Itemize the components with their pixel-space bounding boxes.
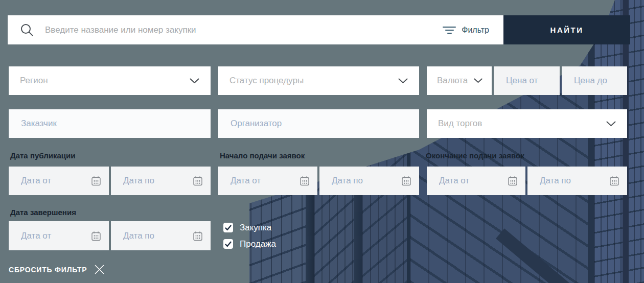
currency-select-value: Валюта: [437, 76, 468, 86]
submission-start-from-input[interactable]: [229, 175, 288, 186]
search-submit-button[interactable]: НАЙТИ: [503, 15, 630, 44]
price-to-wrap: [562, 66, 627, 95]
calendar-icon[interactable]: [300, 176, 310, 186]
completion-date-from-input[interactable]: [20, 230, 79, 242]
calendar-icon[interactable]: [508, 176, 518, 186]
submission-start-label: Начало подачи заявок: [220, 151, 305, 160]
sale-checkbox[interactable]: [223, 239, 233, 249]
publication-date-from: [9, 167, 109, 195]
submission-end-to: [527, 167, 627, 195]
submission-end-label: Окончание подачи заявок: [426, 151, 524, 160]
chevron-down-icon: [474, 78, 482, 83]
sale-checkbox-row[interactable]: Продажа: [223, 239, 276, 249]
publication-date-from-input[interactable]: [20, 175, 79, 186]
purchase-checkbox[interactable]: [223, 223, 233, 232]
trade-type-select[interactable]: Вид торгов: [427, 109, 627, 138]
submission-start-to: [319, 167, 419, 195]
sale-checkbox-label: Продажа: [240, 239, 276, 249]
status-select-value: Статус процедуры: [229, 76, 304, 86]
calendar-icon[interactable]: [91, 176, 101, 186]
search-icon: [20, 23, 34, 37]
purchase-checkbox-row[interactable]: Закупка: [223, 223, 271, 232]
customer-input[interactable]: [20, 118, 199, 129]
chevron-down-icon: [606, 121, 616, 127]
submission-end-from-input[interactable]: [438, 175, 496, 186]
calendar-icon[interactable]: [193, 176, 203, 186]
calendar-icon[interactable]: [609, 176, 619, 186]
organizer-input[interactable]: [229, 118, 408, 129]
purchase-checkbox-label: Закупка: [240, 223, 271, 233]
filter-toggle-button[interactable]: Фильтр: [443, 26, 489, 35]
completion-date-from: [9, 221, 109, 250]
close-icon: [94, 264, 105, 275]
organizer-wrap: [218, 109, 419, 138]
chevron-down-icon: [398, 78, 408, 84]
region-select-value: Регион: [20, 76, 48, 86]
price-from-input[interactable]: [505, 75, 548, 86]
completion-date-to-input[interactable]: [122, 230, 181, 242]
reset-filter-label: СБРОСИТЬ ФИЛЬТР: [9, 266, 87, 274]
completion-date-label: Дата завершения: [10, 208, 76, 217]
calendar-icon[interactable]: [91, 231, 101, 241]
publication-date-to-input[interactable]: [122, 175, 181, 186]
submission-start-to-input[interactable]: [331, 175, 389, 186]
search-input[interactable]: [44, 25, 443, 36]
publication-date-label: Дата публикации: [10, 151, 75, 160]
calendar-icon[interactable]: [193, 231, 203, 241]
price-to-input[interactable]: [573, 75, 616, 86]
reset-filter-button[interactable]: СБРОСИТЬ ФИЛЬТР: [9, 264, 105, 275]
trade-type-select-value: Вид торгов: [438, 119, 482, 129]
check-icon: [225, 225, 232, 231]
submission-end-to-input[interactable]: [539, 175, 597, 186]
calendar-icon[interactable]: [401, 176, 411, 186]
status-select[interactable]: Статус процедуры: [218, 66, 419, 95]
check-icon: [225, 241, 232, 247]
price-from-wrap: [494, 66, 560, 95]
filter-toggle-label: Фильтр: [462, 26, 489, 35]
completion-date-to: [111, 221, 211, 250]
customer-wrap: [9, 109, 211, 138]
chevron-down-icon: [190, 78, 199, 84]
currency-select[interactable]: Валюта: [427, 66, 492, 95]
procurement-search-screen: Фильтр НАЙТИ Регион Статус процедуры Вал…: [0, 0, 644, 283]
region-select[interactable]: Регион: [9, 66, 211, 95]
submission-end-from: [427, 167, 525, 195]
publication-date-to: [111, 167, 211, 195]
submission-start-from: [218, 167, 317, 195]
search-bar: Фильтр: [8, 15, 503, 44]
filter-icon: [443, 27, 456, 34]
